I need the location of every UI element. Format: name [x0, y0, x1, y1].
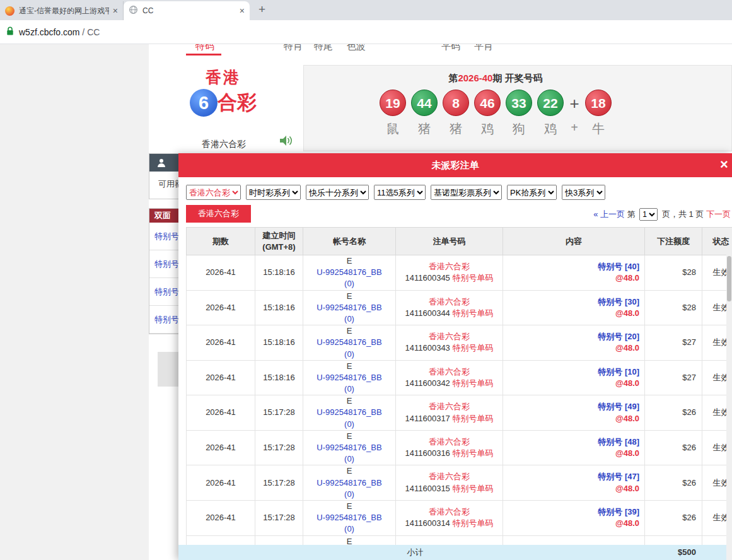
account-cell: EU-992548176_BB(0)	[303, 290, 396, 325]
browser-tab-bar: 通宝-信誉最好的网上游戏平 × CC × +	[0, 0, 732, 20]
tab-close-icon[interactable]: ×	[240, 6, 245, 16]
bet-pick: 特别号 [40]	[503, 261, 639, 272]
bet-odds: @48.0	[503, 413, 639, 424]
account-suffix: (0)	[303, 453, 395, 465]
time-cell: 15:17:28	[255, 395, 303, 431]
bet-odds: @48.0	[503, 342, 639, 354]
logo-text-bottom: 合彩	[218, 90, 257, 116]
nav-item[interactable]: 平码	[441, 44, 460, 52]
content-cell: 特别号 [30]@48.0	[503, 290, 645, 325]
draw-number: 2026-40	[458, 73, 492, 83]
nav-item[interactable]: 平肖	[474, 44, 493, 52]
lottery-series-select[interactable]: PK拾系列	[507, 185, 557, 200]
time-cell: 15:17:28	[255, 535, 303, 545]
page-select[interactable]: 1	[639, 208, 658, 221]
lottery-series-select[interactable]: 11选5系列	[374, 185, 426, 200]
amount-cell: $26	[645, 500, 702, 535]
account-cell: EU-992548176_BB(0)	[303, 395, 396, 431]
lottery-series-select[interactable]: 基诺型彩票系列	[431, 185, 502, 200]
content-cell: 特别号 [40]@48.0	[503, 255, 645, 291]
ticket-game-name: 香港六合彩	[396, 506, 503, 518]
zodiac-label: 鼠	[377, 120, 409, 137]
content-cell: 特别号 [10]@48.0	[503, 360, 645, 395]
ticket-game-name: 香港六合彩	[396, 261, 503, 272]
lottery-series-select[interactable]: 时时彩系列	[246, 185, 301, 200]
lottery-series-select[interactable]: 快3系列	[562, 185, 605, 200]
period-cell: 2026-41	[187, 360, 255, 395]
subtotal-bar: 小计 $500	[178, 545, 732, 560]
nav-item[interactable]: 特肖	[284, 44, 303, 52]
zodiac-label: 猪	[440, 120, 472, 137]
time-cell: 15:17:28	[255, 500, 303, 535]
bet-odds: @48.0	[503, 308, 639, 319]
account-prefix: E	[303, 361, 395, 372]
zodiac-label: 鸡	[472, 120, 503, 137]
result-ball-column: 46鸡	[472, 90, 503, 137]
period-cell: 2026-41	[187, 395, 255, 431]
bet-odds: @48.0	[503, 272, 639, 284]
ticket-game-name: 香港六合彩	[396, 366, 503, 378]
account-link[interactable]: U-992548176_BB	[303, 267, 395, 278]
result-ball-column: 8猪	[440, 90, 472, 137]
bet-row: 2026-4115:17:28EU-992548176_BB(0)香港六合彩14…	[187, 430, 732, 465]
person-icon	[157, 159, 166, 167]
lottery-series-select[interactable]: 快乐十分系列	[306, 185, 369, 200]
amount-cell: $26	[645, 430, 702, 465]
account-cell: EU-992548176_BB(0)	[303, 500, 396, 535]
account-prefix: E	[303, 291, 395, 302]
content-cell: 特别号 [39]@48.0	[503, 500, 645, 535]
account-link[interactable]: U-992548176_BB	[303, 477, 395, 489]
time-cell: 15:18:16	[255, 255, 303, 291]
bet-pick: 特别号 [49]	[503, 401, 639, 412]
logo-six-ball: 6	[190, 89, 218, 117]
content-cell: 特别号 [49]@48.0	[503, 395, 645, 431]
header-time: 建立时间(GMT+8)	[255, 228, 303, 255]
bet-type-label: 特别号单码	[452, 484, 493, 493]
account-link[interactable]: U-992548176_BB	[303, 337, 395, 348]
new-tab-button[interactable]: +	[259, 3, 265, 16]
account-link[interactable]: U-992548176_BB	[303, 512, 395, 523]
browser-tab-tongbao[interactable]: 通宝-信誉最好的网上游戏平 ×	[0, 1, 124, 20]
speaker-icon[interactable]	[279, 135, 293, 149]
bet-table-body: 2026-4115:18:16EU-992548176_BB(0)香港六合彩14…	[187, 255, 732, 545]
bet-row: 2026-4115:17:28EU-992548176_BB(0)香港六合彩14…	[187, 500, 732, 535]
prev-page-link[interactable]: « 上一页	[593, 209, 625, 219]
table-header-row: 期数 建立时间(GMT+8) 帐号名称 注单号码 内容 下注额度 状态	[187, 228, 732, 255]
bet-pick: 特别号 [20]	[503, 331, 639, 342]
modal-title: 未派彩注单	[178, 153, 732, 177]
nav-item[interactable]: 特码	[195, 44, 214, 52]
bet-pick: 特别号 [39]	[503, 506, 639, 518]
address-bar[interactable]: w5zf.cbcfo.com / CC	[0, 20, 732, 44]
account-link[interactable]: U-992548176_BB	[303, 302, 395, 313]
game-tab-hk-mark-six[interactable]: 香港六合彩	[186, 205, 251, 223]
ticket-cell: 香港六合彩1411600316 特别号单码	[396, 430, 503, 465]
ticket-number: 1411600317 特别号单码	[396, 413, 503, 424]
tab-close-icon[interactable]: ×	[113, 6, 118, 16]
ticket-number: 1411600316 特别号单码	[396, 448, 503, 459]
zodiac-label: 牛	[583, 120, 614, 137]
account-suffix: (0)	[303, 489, 395, 500]
account-link[interactable]: U-992548176_BB	[303, 372, 395, 383]
nav-tabs: 特码特肖特尾色波平码平肖	[149, 44, 732, 56]
browser-tab-cc[interactable]: CC ×	[124, 1, 250, 20]
nav-item[interactable]: 特尾	[314, 44, 333, 52]
lottery-series-select[interactable]: 香港六合彩	[186, 185, 241, 200]
draw-results-panel: 第2026-40期 开奖号码 19鼠44猪8猪46鸡33狗22鸡++18牛	[303, 65, 732, 151]
time-cell: 15:18:16	[255, 325, 303, 361]
content-cell: 特别号 [20]@48.0	[503, 325, 645, 361]
result-ball-column: 18牛	[583, 90, 614, 137]
time-cell: 15:18:16	[255, 290, 303, 325]
account-link[interactable]: U-992548176_BB	[303, 442, 395, 453]
ticket-cell: 香港六合彩1411600344 特别号单码	[396, 290, 503, 325]
close-icon[interactable]: ×	[720, 156, 732, 173]
next-page-link[interactable]: 下一页	[706, 209, 731, 219]
account-link[interactable]: U-992548176_BB	[303, 407, 395, 418]
lock-icon	[6, 26, 14, 38]
nav-item[interactable]: 色波	[347, 44, 366, 52]
scrollbar-track[interactable]	[726, 255, 732, 560]
header-status: 状态	[702, 228, 732, 255]
account-suffix: (0)	[303, 383, 395, 395]
scrollbar-thumb[interactable]	[727, 256, 731, 301]
lottery-ball: 46	[474, 90, 501, 116]
content-cell: 特别号 [38]	[503, 535, 645, 545]
